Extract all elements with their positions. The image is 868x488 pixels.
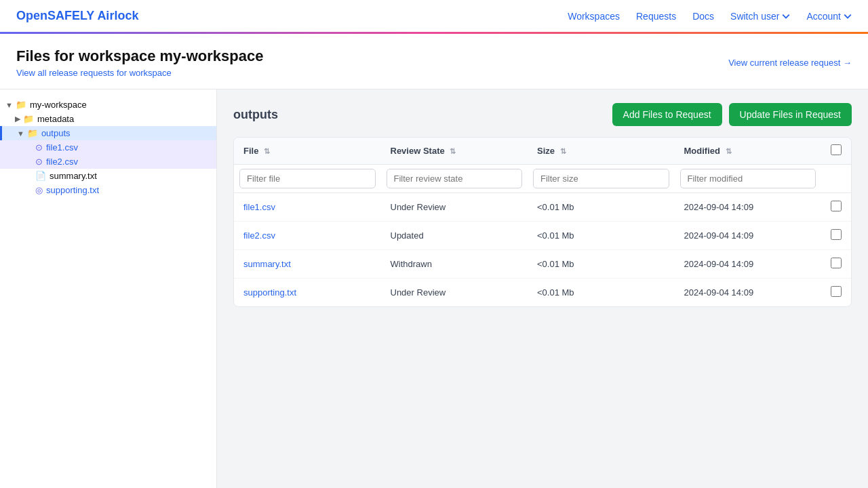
table-row: summary.txtWithdrawn<0.01 Mb2024-09-04 1… xyxy=(234,250,851,279)
logo: OpenSAFELY Airlock xyxy=(16,9,138,23)
cell-size: <0.01 Mb xyxy=(528,222,675,250)
filter-review-state-input[interactable] xyxy=(387,169,523,188)
nav-docs[interactable]: Docs xyxy=(692,11,714,22)
filter-size-cell xyxy=(528,165,675,193)
sidebar-item-my-workspace[interactable]: ▼ 📁 my-workspace xyxy=(0,98,216,112)
sidebar-item-label: outputs xyxy=(41,128,71,138)
folder-icon: 📁 xyxy=(27,128,38,138)
filter-modified-cell xyxy=(675,165,822,193)
select-all-checkbox[interactable] xyxy=(831,144,842,155)
sidebar-item-file2csv[interactable]: ⊙ file2.csv xyxy=(0,155,216,169)
main-nav: Workspaces Requests Docs Switch user Acc… xyxy=(568,11,852,22)
page-header: Files for workspace my-workspace View al… xyxy=(0,34,868,89)
cell-review-state: Updated xyxy=(381,222,528,250)
col-review-state-label: Review State xyxy=(391,146,445,156)
view-release-request-link[interactable]: View current release request → xyxy=(728,58,852,68)
sidebar-item-summarytxt[interactable]: 📄 summary.txt xyxy=(0,169,216,183)
nav-requests[interactable]: Requests xyxy=(636,11,676,22)
filter-review-state-cell xyxy=(381,165,528,193)
view-all-requests-link[interactable]: View all release requests for workspace xyxy=(16,68,172,78)
content-area: outputs Add Files to Request Update File… xyxy=(217,89,868,488)
file-icon: 📄 xyxy=(35,171,46,181)
filter-size-input[interactable] xyxy=(533,169,669,188)
section-header: outputs Add Files to Request Update File… xyxy=(233,103,852,126)
cell-file: file2.csv xyxy=(234,222,381,250)
nav-switch-user[interactable]: Switch user xyxy=(730,11,790,22)
files-table-container: File ⇅ Review State ⇅ Size ⇅ Modified xyxy=(233,137,852,307)
file-review-icon: ⊙ xyxy=(35,157,43,167)
col-review-state[interactable]: Review State ⇅ xyxy=(381,138,528,165)
row-checkbox[interactable] xyxy=(831,258,842,268)
section-title: outputs xyxy=(233,108,278,122)
cell-review-state: Withdrawn xyxy=(381,250,528,279)
cell-modified: 2024-09-04 14:09 xyxy=(675,222,822,250)
filter-modified-input[interactable] xyxy=(680,169,816,188)
page-title: Files for workspace my-workspace xyxy=(16,47,263,65)
sidebar-item-label: file1.csv xyxy=(46,142,78,152)
col-modified[interactable]: Modified ⇅ xyxy=(675,138,822,165)
sort-icon: ⇅ xyxy=(560,147,566,155)
sidebar-item-supportingtxt[interactable]: ◎ supporting.txt xyxy=(0,183,216,197)
col-size-label: Size xyxy=(537,146,555,156)
cell-checkbox xyxy=(821,250,851,279)
sort-icon: ⇅ xyxy=(726,147,732,155)
chevron-right-icon: ▶ xyxy=(15,115,20,123)
logo-brand: OpenSAFELY xyxy=(16,9,94,22)
nav-workspaces[interactable]: Workspaces xyxy=(568,11,620,22)
sidebar-item-label: my-workspace xyxy=(30,100,87,110)
folder-icon: 📁 xyxy=(23,114,34,124)
main-header: OpenSAFELY Airlock Workspaces Requests D… xyxy=(0,0,868,34)
file-review-icon: ⊙ xyxy=(35,142,43,152)
sidebar-item-label: supporting.txt xyxy=(46,185,99,195)
file-link[interactable]: file1.csv xyxy=(243,202,275,212)
cell-file: file1.csv xyxy=(234,193,381,222)
cell-size: <0.01 Mb xyxy=(528,193,675,222)
filter-row xyxy=(234,165,851,193)
cell-review-state: Under Review xyxy=(381,193,528,222)
sidebar-item-outputs[interactable]: ▼ 📁 outputs xyxy=(0,126,216,140)
filter-file-cell xyxy=(234,165,381,193)
action-buttons: Add Files to Request Update Files in Req… xyxy=(612,103,852,126)
sort-icon: ⇅ xyxy=(264,147,270,155)
table-body: file1.csvUnder Review<0.01 Mb2024-09-04 … xyxy=(234,193,851,307)
col-size[interactable]: Size ⇅ xyxy=(528,138,675,165)
file-link[interactable]: supporting.txt xyxy=(243,287,296,298)
chevron-down-icon: ▼ xyxy=(17,129,24,138)
chevron-down-icon xyxy=(782,12,790,20)
file-link[interactable]: summary.txt xyxy=(243,259,291,269)
update-files-button[interactable]: Update Files in Request xyxy=(729,103,852,126)
cell-review-state: Under Review xyxy=(381,279,528,307)
table-row: supporting.txtUnder Review<0.01 Mb2024-0… xyxy=(234,279,851,307)
cell-file: supporting.txt xyxy=(234,279,381,307)
row-checkbox[interactable] xyxy=(831,201,842,211)
main-layout: ▼ 📁 my-workspace ▶ 📁 metadata ▼ 📁 output… xyxy=(0,89,868,488)
col-file-label: File xyxy=(243,146,258,156)
cell-modified: 2024-09-04 14:09 xyxy=(675,250,822,279)
cell-modified: 2024-09-04 14:09 xyxy=(675,193,822,222)
cell-checkbox xyxy=(821,193,851,222)
cell-modified: 2024-09-04 14:09 xyxy=(675,279,822,307)
sidebar: ▼ 📁 my-workspace ▶ 📁 metadata ▼ 📁 output… xyxy=(0,89,217,488)
sort-icon: ⇅ xyxy=(450,147,456,155)
sidebar-item-file1csv[interactable]: ⊙ file1.csv xyxy=(0,140,216,155)
cell-checkbox xyxy=(821,279,851,307)
row-checkbox[interactable] xyxy=(831,286,842,297)
table-row: file1.csvUnder Review<0.01 Mb2024-09-04 … xyxy=(234,193,851,222)
files-table: File ⇅ Review State ⇅ Size ⇅ Modified xyxy=(234,138,851,306)
chevron-down-icon: ▼ xyxy=(5,101,13,109)
file-link[interactable]: file2.csv xyxy=(243,230,275,241)
add-files-button[interactable]: Add Files to Request xyxy=(612,103,722,126)
cell-size: <0.01 Mb xyxy=(528,279,675,307)
col-file[interactable]: File ⇅ xyxy=(234,138,381,165)
row-checkbox[interactable] xyxy=(831,229,842,240)
filter-file-input[interactable] xyxy=(239,169,376,188)
page-header-left: Files for workspace my-workspace View al… xyxy=(16,47,263,78)
filter-checkbox-cell xyxy=(821,165,851,193)
col-modified-label: Modified xyxy=(684,146,720,156)
cell-size: <0.01 Mb xyxy=(528,250,675,279)
sidebar-item-label: summary.txt xyxy=(50,171,97,181)
cell-checkbox xyxy=(821,222,851,250)
chevron-down-icon xyxy=(844,12,852,20)
sidebar-item-metadata[interactable]: ▶ 📁 metadata xyxy=(0,112,216,126)
nav-account[interactable]: Account xyxy=(806,11,852,22)
